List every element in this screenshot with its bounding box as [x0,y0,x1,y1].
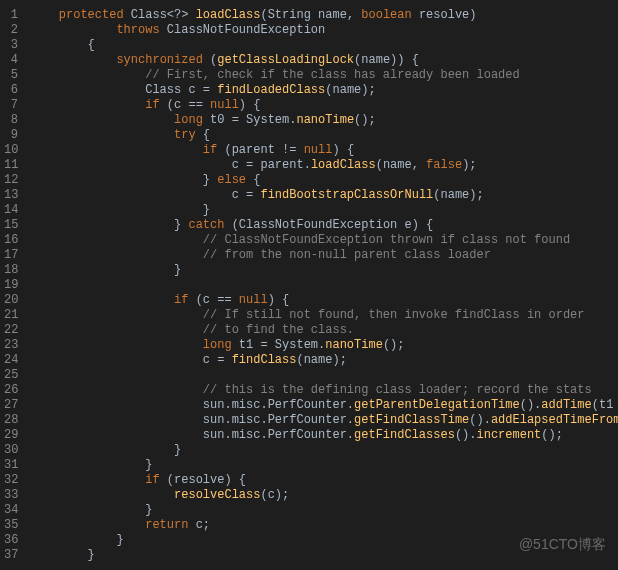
code-line[interactable]: } [30,443,618,458]
line-number-gutter: 1234567891011121314151617181920212223242… [0,0,26,570]
code-line[interactable]: } [30,203,618,218]
code-line[interactable]: resolveClass(c); [30,488,618,503]
line-number: 21 [4,308,18,323]
code-editor[interactable]: 1234567891011121314151617181920212223242… [0,0,618,570]
line-number: 32 [4,473,18,488]
line-number: 26 [4,383,18,398]
code-line[interactable]: long t0 = System.nanoTime(); [30,113,618,128]
line-number: 22 [4,323,18,338]
line-number: 31 [4,458,18,473]
line-number: 9 [4,128,18,143]
code-line[interactable]: try { [30,128,618,143]
line-number: 37 [4,548,18,563]
code-line[interactable]: protected Class<?> loadClass(String name… [30,8,618,23]
code-line[interactable]: if (c == null) { [30,293,618,308]
line-number: 8 [4,113,18,128]
code-line[interactable]: c = findClass(name); [30,353,618,368]
line-number: 11 [4,158,18,173]
code-area[interactable]: protected Class<?> loadClass(String name… [26,0,618,570]
line-number: 34 [4,503,18,518]
code-line[interactable]: { [30,38,618,53]
line-number: 7 [4,98,18,113]
code-line[interactable]: // If still not found, then invoke findC… [30,308,618,323]
code-line[interactable]: // First, check if the class has already… [30,68,618,83]
code-line[interactable] [30,278,618,293]
code-line[interactable]: c = findBootstrapClassOrNull(name); [30,188,618,203]
line-number: 33 [4,488,18,503]
line-number: 4 [4,53,18,68]
line-number: 6 [4,83,18,98]
code-line[interactable]: return c; [30,518,618,533]
code-line[interactable]: // ClassNotFoundException thrown if clas… [30,233,618,248]
code-line[interactable]: sun.misc.PerfCounter.getFindClassTime().… [30,413,618,428]
line-number: 5 [4,68,18,83]
line-number: 13 [4,188,18,203]
line-number: 19 [4,278,18,293]
line-number: 12 [4,173,18,188]
code-line[interactable]: if (c == null) { [30,98,618,113]
code-line[interactable]: // from the non-null parent class loader [30,248,618,263]
code-line[interactable]: Class c = findLoadedClass(name); [30,83,618,98]
line-number: 16 [4,233,18,248]
code-line[interactable]: sun.misc.PerfCounter.getFindClasses().in… [30,428,618,443]
code-line[interactable]: synchronized (getClassLoadingLock(name))… [30,53,618,68]
code-line[interactable]: c = parent.loadClass(name, false); [30,158,618,173]
line-number: 28 [4,413,18,428]
line-number: 18 [4,263,18,278]
code-line[interactable]: if (resolve) { [30,473,618,488]
line-number: 25 [4,368,18,383]
line-number: 3 [4,38,18,53]
line-number: 14 [4,203,18,218]
code-line[interactable]: sun.misc.PerfCounter.getParentDelegation… [30,398,618,413]
line-number: 24 [4,353,18,368]
code-line[interactable]: // this is the defining class loader; re… [30,383,618,398]
line-number: 35 [4,518,18,533]
watermark: @51CTO博客 [519,537,606,552]
line-number: 36 [4,533,18,548]
code-line[interactable]: // to find the class. [30,323,618,338]
code-line[interactable] [30,368,618,383]
code-line[interactable]: } catch (ClassNotFoundException e) { [30,218,618,233]
line-number: 17 [4,248,18,263]
code-line[interactable]: } [30,263,618,278]
line-number: 30 [4,443,18,458]
line-number: 20 [4,293,18,308]
line-number: 15 [4,218,18,233]
code-line[interactable]: } [30,458,618,473]
code-line[interactable]: } else { [30,173,618,188]
line-number: 1 [4,8,18,23]
code-line[interactable]: throws ClassNotFoundException [30,23,618,38]
line-number: 10 [4,143,18,158]
line-number: 2 [4,23,18,38]
code-line[interactable]: long t1 = System.nanoTime(); [30,338,618,353]
line-number: 27 [4,398,18,413]
code-line[interactable]: } [30,503,618,518]
line-number: 29 [4,428,18,443]
code-line[interactable]: if (parent != null) { [30,143,618,158]
line-number: 23 [4,338,18,353]
